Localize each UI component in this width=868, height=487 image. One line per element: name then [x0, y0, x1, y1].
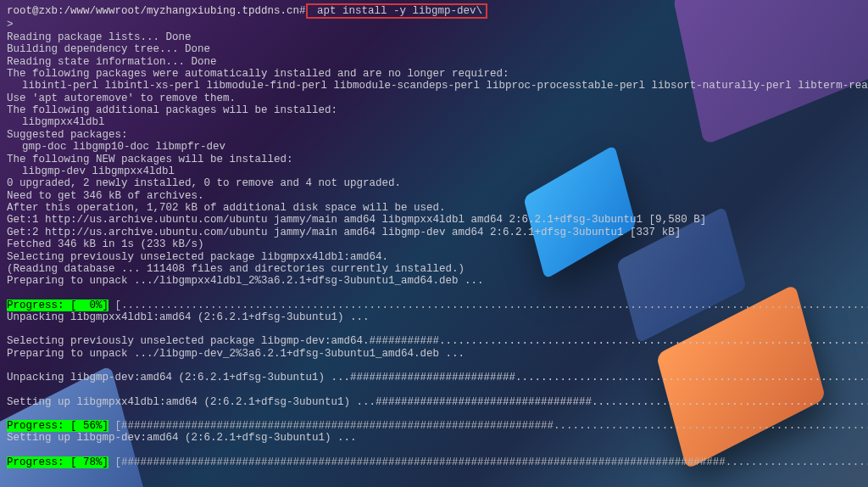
output-line: The following additional packages will b… [7, 104, 861, 116]
progress-label: Progress: [ 0%] [7, 299, 108, 311]
command-highlight-box: apt install -y libgmp-dev\ [306, 3, 488, 19]
prompt-line: root@zxb:/www/wwwroot/myzhangxiubing.tpd… [7, 3, 861, 19]
output-line-indented: libgmp-dev libgmpxx4ldbl [7, 165, 861, 177]
output-line-indented: libgmpxx4ldbl [7, 116, 861, 128]
progress-track: [.......................................… [108, 299, 868, 311]
output-line: Selecting previously unselected package … [7, 335, 861, 347]
output-line: 0 upgraded, 2 newly installed, 0 to remo… [7, 177, 861, 189]
output-line: Selecting previously unselected package … [7, 251, 861, 263]
output-line: The following NEW packages will be insta… [7, 154, 861, 165]
output-line: Unpacking libgmpxx4ldbl:amd64 (2:6.2.1+d… [7, 311, 861, 323]
continuation-prompt: > [7, 19, 861, 31]
output-line: Preparing to unpack .../libgmp-dev_2%3a6… [7, 348, 861, 360]
progress-bar-line: Progress: [ 0%] [.......................… [7, 299, 861, 311]
output-line-indented: libintl-perl libintl-xs-perl libmodule-f… [7, 80, 861, 92]
output-line: Suggested packages: [7, 129, 861, 141]
output-line: (Reading database ... 111408 files and d… [7, 263, 861, 275]
progress-label: Progress: [ 78%] [7, 456, 108, 468]
progress-bar-line: Progress: [ 78%] [######################… [7, 456, 861, 468]
output-line: The following packages were automaticall… [7, 68, 861, 80]
progress-bar-line: Progress: [ 56%] [######################… [7, 420, 861, 432]
output-line: Unpacking libgmp-dev:amd64 (2:6.2.1+dfsg… [7, 372, 861, 383]
output-line: Setting up libgmp-dev:amd64 (2:6.2.1+dfs… [7, 432, 861, 444]
output-line-indented: gmp-doc libgmp10-doc libmpfr-dev [7, 141, 861, 153]
progress-track: [#######################################… [108, 420, 868, 432]
output-line: Need to get 346 kB of archives. [7, 190, 861, 202]
output-line: Get:2 http://us.archive.ubuntu.com/ubunt… [7, 227, 861, 238]
progress-label: Progress: [ 56%] [7, 420, 108, 432]
output-line: Use 'apt autoremove' to remove them. [7, 92, 861, 104]
output-line: Setting up libgmpxx4ldbl:amd64 (2:6.2.1+… [7, 396, 861, 408]
progress-track: [#######################################… [108, 456, 868, 468]
output-line: Reading package lists... Done [7, 31, 861, 43]
prompt-user-host: root@zxb:/www/wwwroot/myzhangxiubing.tpd… [7, 5, 306, 17]
output-line: Building dependency tree... Done [7, 43, 861, 55]
output-line: Preparing to unpack .../libgmpxx4ldbl_2%… [7, 275, 861, 287]
output-line: Reading state information... Done [7, 56, 861, 68]
output-line: After this operation, 1,702 kB of additi… [7, 202, 861, 214]
output-line: Get:1 http://us.archive.ubuntu.com/ubunt… [7, 214, 861, 226]
output-line: Fetched 346 kB in 1s (233 kB/s) [7, 238, 861, 250]
terminal-output[interactable]: root@zxb:/www/wwwroot/myzhangxiubing.tpd… [0, 0, 868, 472]
